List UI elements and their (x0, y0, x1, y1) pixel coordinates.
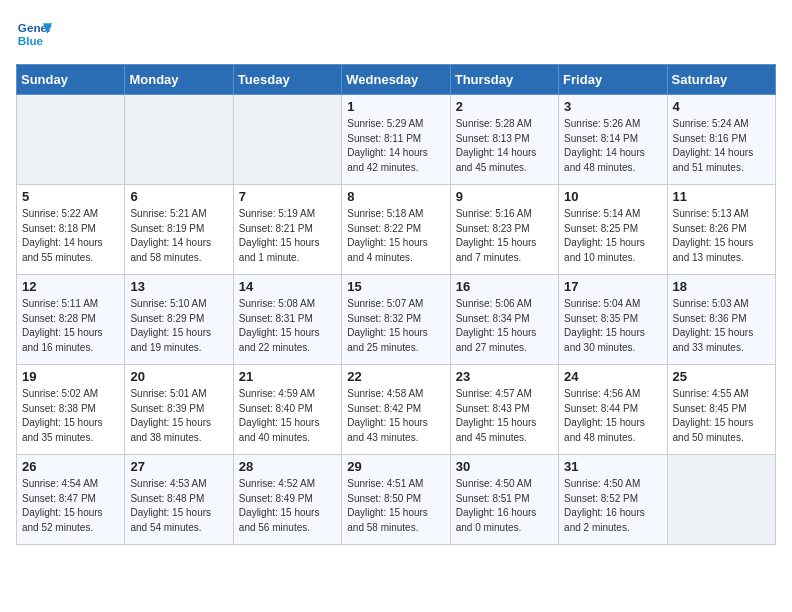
day-info: Sunrise: 5:22 AM Sunset: 8:18 PM Dayligh… (22, 207, 119, 265)
day-info: Sunrise: 5:24 AM Sunset: 8:16 PM Dayligh… (673, 117, 770, 175)
calendar-cell: 12Sunrise: 5:11 AM Sunset: 8:28 PM Dayli… (17, 275, 125, 365)
day-number: 1 (347, 99, 444, 114)
calendar-cell: 3Sunrise: 5:26 AM Sunset: 8:14 PM Daylig… (559, 95, 667, 185)
weekday-header-saturday: Saturday (667, 65, 775, 95)
calendar-cell: 10Sunrise: 5:14 AM Sunset: 8:25 PM Dayli… (559, 185, 667, 275)
day-number: 6 (130, 189, 227, 204)
calendar-week-row: 1Sunrise: 5:29 AM Sunset: 8:11 PM Daylig… (17, 95, 776, 185)
weekday-header-wednesday: Wednesday (342, 65, 450, 95)
day-number: 23 (456, 369, 553, 384)
calendar-week-row: 12Sunrise: 5:11 AM Sunset: 8:28 PM Dayli… (17, 275, 776, 365)
day-number: 15 (347, 279, 444, 294)
day-number: 8 (347, 189, 444, 204)
day-number: 9 (456, 189, 553, 204)
weekday-header-sunday: Sunday (17, 65, 125, 95)
calendar-cell (125, 95, 233, 185)
calendar-cell: 23Sunrise: 4:57 AM Sunset: 8:43 PM Dayli… (450, 365, 558, 455)
calendar-cell: 20Sunrise: 5:01 AM Sunset: 8:39 PM Dayli… (125, 365, 233, 455)
calendar-cell (667, 455, 775, 545)
day-number: 20 (130, 369, 227, 384)
day-info: Sunrise: 5:06 AM Sunset: 8:34 PM Dayligh… (456, 297, 553, 355)
day-number: 10 (564, 189, 661, 204)
calendar-cell: 6Sunrise: 5:21 AM Sunset: 8:19 PM Daylig… (125, 185, 233, 275)
day-info: Sunrise: 5:08 AM Sunset: 8:31 PM Dayligh… (239, 297, 336, 355)
day-info: Sunrise: 4:55 AM Sunset: 8:45 PM Dayligh… (673, 387, 770, 445)
calendar-cell: 19Sunrise: 5:02 AM Sunset: 8:38 PM Dayli… (17, 365, 125, 455)
day-info: Sunrise: 5:01 AM Sunset: 8:39 PM Dayligh… (130, 387, 227, 445)
day-number: 12 (22, 279, 119, 294)
calendar-cell: 14Sunrise: 5:08 AM Sunset: 8:31 PM Dayli… (233, 275, 341, 365)
day-number: 24 (564, 369, 661, 384)
day-info: Sunrise: 5:03 AM Sunset: 8:36 PM Dayligh… (673, 297, 770, 355)
day-info: Sunrise: 5:14 AM Sunset: 8:25 PM Dayligh… (564, 207, 661, 265)
day-number: 28 (239, 459, 336, 474)
calendar-table: SundayMondayTuesdayWednesdayThursdayFrid… (16, 64, 776, 545)
calendar-week-row: 26Sunrise: 4:54 AM Sunset: 8:47 PM Dayli… (17, 455, 776, 545)
calendar-cell: 13Sunrise: 5:10 AM Sunset: 8:29 PM Dayli… (125, 275, 233, 365)
day-info: Sunrise: 4:57 AM Sunset: 8:43 PM Dayligh… (456, 387, 553, 445)
day-info: Sunrise: 4:50 AM Sunset: 8:52 PM Dayligh… (564, 477, 661, 535)
day-number: 4 (673, 99, 770, 114)
calendar-cell (233, 95, 341, 185)
calendar-cell: 8Sunrise: 5:18 AM Sunset: 8:22 PM Daylig… (342, 185, 450, 275)
day-info: Sunrise: 4:51 AM Sunset: 8:50 PM Dayligh… (347, 477, 444, 535)
calendar-cell: 4Sunrise: 5:24 AM Sunset: 8:16 PM Daylig… (667, 95, 775, 185)
day-info: Sunrise: 4:52 AM Sunset: 8:49 PM Dayligh… (239, 477, 336, 535)
calendar-cell: 27Sunrise: 4:53 AM Sunset: 8:48 PM Dayli… (125, 455, 233, 545)
day-info: Sunrise: 5:04 AM Sunset: 8:35 PM Dayligh… (564, 297, 661, 355)
day-number: 21 (239, 369, 336, 384)
logo: General Blue (16, 16, 52, 52)
day-info: Sunrise: 5:10 AM Sunset: 8:29 PM Dayligh… (130, 297, 227, 355)
day-number: 25 (673, 369, 770, 384)
day-number: 2 (456, 99, 553, 114)
day-number: 18 (673, 279, 770, 294)
calendar-cell: 16Sunrise: 5:06 AM Sunset: 8:34 PM Dayli… (450, 275, 558, 365)
day-info: Sunrise: 5:11 AM Sunset: 8:28 PM Dayligh… (22, 297, 119, 355)
day-number: 13 (130, 279, 227, 294)
calendar-cell: 30Sunrise: 4:50 AM Sunset: 8:51 PM Dayli… (450, 455, 558, 545)
day-number: 11 (673, 189, 770, 204)
day-info: Sunrise: 5:26 AM Sunset: 8:14 PM Dayligh… (564, 117, 661, 175)
day-number: 31 (564, 459, 661, 474)
day-info: Sunrise: 4:54 AM Sunset: 8:47 PM Dayligh… (22, 477, 119, 535)
day-info: Sunrise: 4:59 AM Sunset: 8:40 PM Dayligh… (239, 387, 336, 445)
calendar-cell: 31Sunrise: 4:50 AM Sunset: 8:52 PM Dayli… (559, 455, 667, 545)
calendar-cell: 7Sunrise: 5:19 AM Sunset: 8:21 PM Daylig… (233, 185, 341, 275)
day-number: 27 (130, 459, 227, 474)
day-info: Sunrise: 5:21 AM Sunset: 8:19 PM Dayligh… (130, 207, 227, 265)
calendar-cell: 15Sunrise: 5:07 AM Sunset: 8:32 PM Dayli… (342, 275, 450, 365)
calendar-cell: 24Sunrise: 4:56 AM Sunset: 8:44 PM Dayli… (559, 365, 667, 455)
day-info: Sunrise: 5:29 AM Sunset: 8:11 PM Dayligh… (347, 117, 444, 175)
day-number: 3 (564, 99, 661, 114)
calendar-cell: 18Sunrise: 5:03 AM Sunset: 8:36 PM Dayli… (667, 275, 775, 365)
day-info: Sunrise: 4:56 AM Sunset: 8:44 PM Dayligh… (564, 387, 661, 445)
day-info: Sunrise: 5:18 AM Sunset: 8:22 PM Dayligh… (347, 207, 444, 265)
day-number: 22 (347, 369, 444, 384)
day-info: Sunrise: 5:28 AM Sunset: 8:13 PM Dayligh… (456, 117, 553, 175)
weekday-header-row: SundayMondayTuesdayWednesdayThursdayFrid… (17, 65, 776, 95)
day-info: Sunrise: 4:50 AM Sunset: 8:51 PM Dayligh… (456, 477, 553, 535)
weekday-header-tuesday: Tuesday (233, 65, 341, 95)
calendar-cell: 28Sunrise: 4:52 AM Sunset: 8:49 PM Dayli… (233, 455, 341, 545)
calendar-cell: 29Sunrise: 4:51 AM Sunset: 8:50 PM Dayli… (342, 455, 450, 545)
calendar-week-row: 19Sunrise: 5:02 AM Sunset: 8:38 PM Dayli… (17, 365, 776, 455)
calendar-cell: 17Sunrise: 5:04 AM Sunset: 8:35 PM Dayli… (559, 275, 667, 365)
day-number: 7 (239, 189, 336, 204)
day-number: 19 (22, 369, 119, 384)
calendar-cell: 22Sunrise: 4:58 AM Sunset: 8:42 PM Dayli… (342, 365, 450, 455)
weekday-header-thursday: Thursday (450, 65, 558, 95)
day-info: Sunrise: 4:53 AM Sunset: 8:48 PM Dayligh… (130, 477, 227, 535)
day-info: Sunrise: 5:16 AM Sunset: 8:23 PM Dayligh… (456, 207, 553, 265)
page-header: General Blue (16, 16, 776, 52)
calendar-cell: 21Sunrise: 4:59 AM Sunset: 8:40 PM Dayli… (233, 365, 341, 455)
day-info: Sunrise: 5:19 AM Sunset: 8:21 PM Dayligh… (239, 207, 336, 265)
calendar-cell: 2Sunrise: 5:28 AM Sunset: 8:13 PM Daylig… (450, 95, 558, 185)
calendar-cell: 11Sunrise: 5:13 AM Sunset: 8:26 PM Dayli… (667, 185, 775, 275)
day-number: 30 (456, 459, 553, 474)
weekday-header-monday: Monday (125, 65, 233, 95)
calendar-cell: 26Sunrise: 4:54 AM Sunset: 8:47 PM Dayli… (17, 455, 125, 545)
day-number: 16 (456, 279, 553, 294)
day-info: Sunrise: 5:13 AM Sunset: 8:26 PM Dayligh… (673, 207, 770, 265)
calendar-cell: 9Sunrise: 5:16 AM Sunset: 8:23 PM Daylig… (450, 185, 558, 275)
calendar-cell: 1Sunrise: 5:29 AM Sunset: 8:11 PM Daylig… (342, 95, 450, 185)
